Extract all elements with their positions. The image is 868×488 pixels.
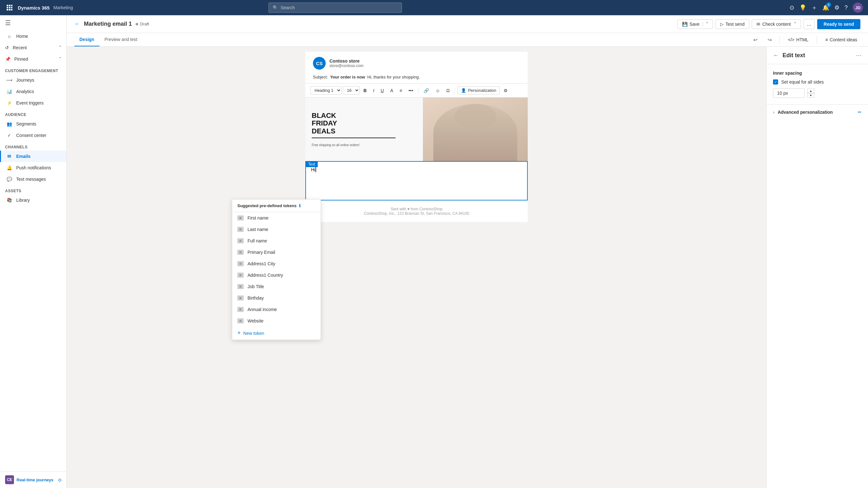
text-block-content[interactable]: Hi bbox=[306, 162, 527, 200]
sidebar-item-label: Home bbox=[16, 34, 28, 39]
tab-design[interactable]: Design bbox=[74, 33, 99, 47]
sidebar-item-label: Library bbox=[16, 197, 30, 203]
sidebar-item-journeys[interactable]: ⟶ Journeys bbox=[0, 74, 66, 86]
emails-icon: ✉ bbox=[6, 154, 12, 159]
sidebar-item-consent-center[interactable]: ✓ Consent center bbox=[0, 130, 66, 141]
more-options-button[interactable]: ... bbox=[804, 19, 815, 29]
sender-email-address: store@contoso.com bbox=[330, 64, 364, 68]
stepper-up-button[interactable]: ▲ bbox=[807, 89, 814, 93]
circle-check-icon[interactable]: ⊙ bbox=[789, 4, 794, 11]
notification-icon[interactable]: 🔔 8 bbox=[822, 4, 829, 11]
advanced-personalization-section[interactable]: › Advanced personalization ✏ bbox=[767, 104, 868, 120]
help-icon[interactable]: ? bbox=[844, 4, 848, 11]
token-first-name[interactable]: ⊞ First name bbox=[232, 212, 320, 224]
redo-icon[interactable]: ↪ bbox=[765, 34, 774, 45]
sidebar-item-recent[interactable]: ↺ Recent ˅ bbox=[0, 42, 66, 53]
new-token-button[interactable]: + New token bbox=[232, 327, 320, 340]
editor-tabs: Design Preview and test ↩ ↪ </> HTML ≡ C… bbox=[67, 33, 868, 47]
svg-rect-3 bbox=[7, 7, 8, 8]
token-birthday[interactable]: ⊞ Birthday bbox=[232, 292, 320, 304]
token-full-name[interactable]: ⊞ Full name bbox=[232, 235, 320, 247]
sidebar-item-emails[interactable]: ✉ Emails bbox=[0, 151, 66, 162]
back-button[interactable]: ← bbox=[74, 21, 80, 27]
email-canvas[interactable]: CS Contoso store store@contoso.com Subje… bbox=[67, 47, 766, 488]
bold-button[interactable]: B bbox=[361, 86, 369, 95]
token-address1-country[interactable]: ⊞ Address1 Country bbox=[232, 269, 320, 281]
text-block[interactable]: Text Hi bbox=[305, 161, 528, 201]
adv-edit-icon[interactable]: ✏ bbox=[858, 110, 862, 115]
save-icon: 💾 bbox=[682, 22, 687, 27]
sidebar-item-analytics[interactable]: 📊 Analytics bbox=[0, 86, 66, 97]
content-ideas-button[interactable]: ≡ Content ideas bbox=[822, 35, 860, 44]
draft-badge: Draft bbox=[136, 22, 149, 26]
sidebar-item-event-triggers[interactable]: ⚡ Event triggers bbox=[0, 97, 66, 109]
sender-info: CS Contoso store store@contoso.com bbox=[305, 52, 528, 75]
sidebar-item-label: Journeys bbox=[16, 78, 34, 83]
sidebar-toggle[interactable]: ☰ bbox=[0, 15, 66, 30]
ready-to-send-button[interactable]: Ready to send bbox=[817, 19, 860, 29]
emoji-button[interactable]: ☺ bbox=[433, 86, 442, 95]
banner-text-side: BLACK FRIDAY DEALS Free shipping on all … bbox=[305, 97, 423, 161]
sidebar-item-push-notifications[interactable]: 🔔 Push notifications bbox=[0, 162, 66, 174]
save-button[interactable]: 💾 Save | ˅ bbox=[677, 20, 713, 29]
font-size-select[interactable]: 16 bbox=[343, 86, 360, 95]
undo-icon[interactable]: ↩ bbox=[751, 34, 760, 45]
code-icon: </> bbox=[788, 37, 794, 42]
sidebar-item-pinned[interactable]: 📌 Pinned ˅ bbox=[0, 53, 66, 65]
avatar[interactable]: JD bbox=[853, 3, 863, 13]
save-dropdown-icon[interactable]: ˅ bbox=[706, 22, 708, 27]
add-icon[interactable]: ＋ bbox=[811, 4, 817, 11]
link-button[interactable]: 🔗 bbox=[421, 86, 431, 95]
tab-preview[interactable]: Preview and test bbox=[99, 33, 143, 47]
heading-select[interactable]: Heading 1 bbox=[310, 86, 342, 95]
check-dropdown-icon[interactable]: ˅ bbox=[794, 22, 796, 27]
panel-back-button[interactable]: ← bbox=[773, 52, 779, 59]
chevron-up-icon: ◇ bbox=[58, 478, 61, 482]
spacing-stepper[interactable]: ▲ ▼ bbox=[807, 89, 814, 97]
token-job-title[interactable]: ⊞ Job Title bbox=[232, 281, 320, 292]
info-icon[interactable]: ℹ bbox=[299, 203, 301, 208]
align-button[interactable]: ≡ bbox=[397, 86, 404, 95]
html-button[interactable]: </> HTML bbox=[785, 35, 811, 44]
text-block-label: Text bbox=[306, 161, 318, 167]
panel-more-button[interactable]: ⋯ bbox=[856, 52, 862, 59]
extra-toolbar-button[interactable]: ⚙ bbox=[501, 86, 510, 95]
search-input[interactable] bbox=[281, 5, 398, 10]
italic-button[interactable]: I bbox=[370, 86, 377, 95]
token-website[interactable]: ⊞ Website bbox=[232, 315, 320, 327]
check-content-button[interactable]: ✉ Check content ˅ bbox=[752, 20, 801, 29]
underline-button[interactable]: U bbox=[378, 86, 386, 95]
token-annual-income[interactable]: ⊞ Annual income bbox=[232, 304, 320, 315]
sidebar-item-label: Push notifications bbox=[16, 165, 51, 170]
search-bar[interactable]: 🔍 bbox=[269, 3, 402, 13]
email-title: Marketing email 1 bbox=[84, 21, 132, 27]
text-cursor bbox=[315, 167, 316, 172]
grid-icon[interactable] bbox=[5, 3, 14, 12]
stepper-down-button[interactable]: ▼ bbox=[807, 93, 814, 97]
sidebar: ☰ ⌂ Home ↺ Recent ˅ 📌 Pinned ˅ Customer … bbox=[0, 15, 67, 488]
font-color-button[interactable]: A bbox=[388, 86, 396, 95]
check-icon: ✉ bbox=[756, 22, 760, 27]
special-chars-button[interactable]: Ω bbox=[444, 86, 452, 95]
sidebar-item-segments[interactable]: 👥 Segments bbox=[0, 118, 66, 130]
more-formatting-button[interactable]: ••• bbox=[406, 86, 416, 95]
token-primary-email[interactable]: ⊞ Primary Email bbox=[232, 247, 320, 258]
consent-icon: ✓ bbox=[6, 133, 12, 138]
token-icon: ⊞ bbox=[237, 318, 244, 324]
spacing-input-row: 10 px ▲ ▼ bbox=[773, 88, 862, 98]
lightbulb-icon[interactable]: 💡 bbox=[799, 4, 806, 11]
personalization-button[interactable]: 👤 Personalization bbox=[458, 86, 500, 94]
sidebar-item-text-messages[interactable]: 💬 Text messages bbox=[0, 174, 66, 185]
library-icon: 📚 bbox=[6, 197, 12, 203]
test-send-button[interactable]: ▷ Test send bbox=[715, 20, 749, 29]
token-address1-city[interactable]: ⊞ Address1 City bbox=[232, 258, 320, 269]
right-panel: ← Edit text ⋯ Inner spacing ✓ Set equal … bbox=[766, 47, 868, 488]
equal-sides-checkbox[interactable]: ✓ bbox=[773, 80, 778, 85]
sidebar-item-home[interactable]: ⌂ Home bbox=[0, 30, 66, 42]
sidebar-item-label: Pinned bbox=[14, 57, 28, 62]
sidebar-item-library[interactable]: 📚 Library bbox=[0, 194, 66, 206]
token-last-name[interactable]: ⊞ Last name bbox=[232, 224, 320, 235]
sidebar-item-label: Segments bbox=[16, 121, 36, 126]
settings-icon[interactable]: ⚙ bbox=[834, 4, 839, 11]
sidebar-footer-real-time[interactable]: CE Real-time journeys ◇ bbox=[0, 471, 66, 488]
